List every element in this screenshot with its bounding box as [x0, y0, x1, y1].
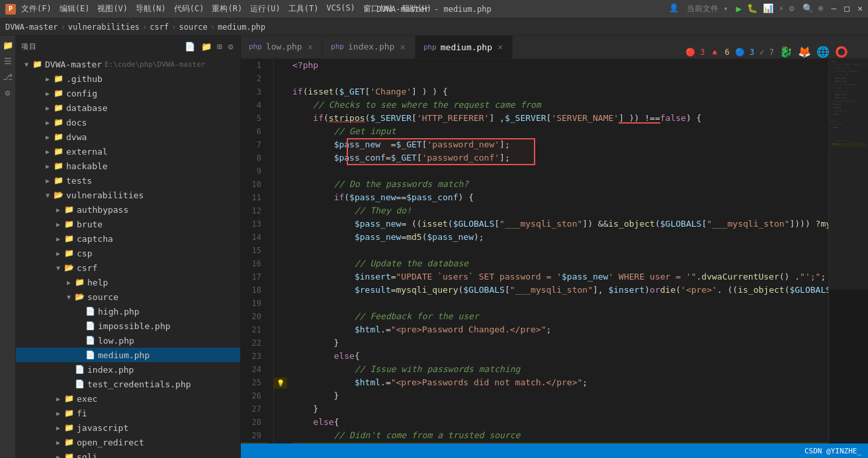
medium-php-icon: 📄 [85, 350, 95, 360]
sidebar-item-root[interactable]: ▼ 📁 DVWA-master E:\code\php\DVWA-master [16, 57, 240, 71]
toolbar-folder-icon[interactable]: 📁 [1, 38, 15, 52]
maximize-window[interactable]: □ [844, 3, 849, 15]
sidebar-item-github[interactable]: ▶ 📁 .github [16, 71, 240, 86]
sidebar-item-open-redirect[interactable]: ▶ 📁 open_redirect [16, 435, 240, 449]
tab-low-php[interactable]: php low.php × [241, 36, 323, 58]
breadcrumb: DVWA-master › vulnerabilities › csrf › s… [0, 19, 868, 36]
minimize-window[interactable]: — [832, 3, 837, 15]
debug-button[interactable]: 🐛 [747, 3, 758, 15]
sidebar-settings-icon[interactable]: ⚙ [227, 40, 235, 53]
sidebar-item-help[interactable]: ▶ 📁 help [16, 275, 240, 289]
code-line-9 [292, 165, 828, 178]
menu-run[interactable]: 运行(U) [250, 3, 281, 15]
sidebar-item-hackable[interactable]: ▶ 📁 hackable [16, 159, 240, 173]
menu-vcs[interactable]: VCS(S) [327, 3, 355, 15]
run-button[interactable]: ▶ [736, 3, 742, 15]
code-line-17: $insert = "UPDATE `users` SET password =… [292, 270, 828, 284]
tab-bar: php low.php × php index.php × php medium… [241, 36, 868, 59]
menu-nav[interactable]: 导航(N) [136, 3, 166, 15]
breadcrumb-vulnerabilities[interactable]: vulnerabilities [68, 22, 140, 32]
sidebar-item-source[interactable]: ▼ 📂 source [16, 289, 240, 304]
sidebar-item-javascript[interactable]: ▶ 📁 javascript [16, 420, 240, 435]
breadcrumb-source[interactable]: source [179, 22, 207, 32]
app-icon: P [5, 4, 16, 15]
menu-view[interactable]: 视图(V) [97, 3, 128, 15]
sidebar-item-csp[interactable]: ▶ 📁 csp [16, 246, 240, 260]
code-line-5: if( stripos( $_SERVER[ 'HTTP_REFERER' ] … [292, 112, 828, 125]
search-button[interactable]: 🔍 [803, 3, 813, 15]
user-icon[interactable]: 👤 [669, 3, 679, 15]
menu-tools[interactable]: 工具(T) [288, 3, 319, 15]
code-line-26: } [292, 389, 828, 402]
toolbar-settings-icon[interactable]: ⚙ [1, 86, 15, 99]
sidebar-item-vulnerabilities[interactable]: ▼ 📂 vulnerabilities [16, 188, 240, 202]
sidebar-item-sqli[interactable]: ▶ 📁 sqli [16, 449, 240, 458]
menu-code[interactable]: 代码(C) [174, 3, 204, 15]
tab-medium-php[interactable]: php medium.php × [415, 36, 513, 58]
current-file-label[interactable]: 当前文件 ▾ [687, 3, 728, 15]
profile-button[interactable]: ⚡ [779, 3, 784, 15]
high-php-icon: 📄 [85, 306, 95, 317]
code-line-4: // Checks to see where the request came … [292, 98, 828, 112]
exec-folder-icon: 📁 [64, 393, 74, 404]
sidebar-header: 项目 📄 📁 ⊞ ⚙ [16, 36, 240, 57]
toolbar-list-icon[interactable]: ☰ [1, 54, 15, 67]
sidebar-item-test-credentials-php[interactable]: 📄 test_credentials.php [16, 377, 240, 391]
captcha-folder-icon: 📁 [64, 233, 74, 244]
editor-area: php low.php × php index.php × php medium… [241, 36, 868, 458]
code-line-10: // Do the passwords match? [292, 178, 828, 191]
menu-file[interactable]: 文件(F) [21, 3, 52, 15]
low-php-tab-label: low.php [266, 42, 302, 52]
sidebar-expand-icon[interactable]: ⊞ [216, 40, 224, 53]
sidebar-item-high-php[interactable]: 📄 high.php [16, 304, 240, 319]
sidebar-item-captcha[interactable]: ▶ 📁 captcha [16, 231, 240, 246]
sidebar-item-index-php[interactable]: 📄 index.php [16, 362, 240, 377]
sidebar-item-medium-php[interactable]: 📄 medium.php [16, 348, 240, 362]
breadcrumb-csrf[interactable]: csrf [150, 22, 169, 32]
code-line-15 [292, 244, 828, 257]
coverage-button[interactable]: 📊 [763, 3, 773, 15]
medium-php-tab-close[interactable]: × [496, 41, 504, 53]
low-php-tab-icon: php [249, 42, 262, 51]
sidebar-item-dvwa[interactable]: ▶ 📁 dvwa [16, 130, 240, 144]
sidebar-item-external[interactable]: ▶ 📁 external [16, 144, 240, 159]
code-content[interactable]: <?php if( isset( $_GET[ 'Change' ] ) ) {… [287, 59, 828, 443]
code-line-23: else { [292, 350, 828, 363]
sidebar-item-docs[interactable]: ▶ 📁 docs [16, 115, 240, 130]
sidebar-item-authbypass[interactable]: ▶ 📁 authbypass [16, 202, 240, 217]
code-line-14: $pass_new = md5( $pass_new ); [292, 231, 828, 244]
bottom-status-bar: CSDN @YINZHE_ [241, 443, 868, 458]
menu-edit[interactable]: 编辑(E) [60, 3, 90, 15]
sidebar-item-low-php[interactable]: 📄 low.php [16, 333, 240, 348]
low-php-icon: 📄 [85, 335, 95, 346]
menu-refactor[interactable]: 重构(R) [212, 3, 242, 15]
sidebar-new-file-icon[interactable]: 📄 [183, 40, 197, 53]
sidebar-item-brute[interactable]: ▶ 📁 brute [16, 217, 240, 231]
watermark: CSDN @YINZHE_ [804, 447, 861, 455]
sidebar-item-impossible-php[interactable]: 📄 impossible.php [16, 319, 240, 333]
sqli-folder-icon: 📁 [64, 451, 74, 458]
line-numbers: 1 2 3 4 5 6 7 8 9 10 11 12 13 14 15 16 1 [241, 59, 274, 443]
index-php-tab-close[interactable]: × [398, 41, 406, 53]
low-php-tab-close[interactable]: × [306, 41, 314, 53]
sidebar-item-config[interactable]: ▶ 📁 config [16, 86, 240, 100]
breadcrumb-root[interactable]: DVWA-master [5, 22, 58, 32]
sidebar-item-tests[interactable]: ▶ 📁 tests [16, 173, 240, 188]
settings-button[interactable]: ⚙ [789, 3, 795, 15]
sidebar-item-csrf[interactable]: ▼ 📂 csrf [16, 260, 240, 275]
sidebar-item-database[interactable]: ▶ 📁 database [16, 100, 240, 115]
sidebar-item-fi[interactable]: ▶ 📁 fi [16, 406, 240, 420]
code-line-29: // Didn't come from a trusted source [292, 429, 828, 442]
tab-index-php[interactable]: php index.php × [323, 36, 415, 58]
sidebar-item-exec[interactable]: ▶ 📁 exec [16, 391, 240, 406]
sidebar-new-folder-icon[interactable]: 📁 [200, 40, 214, 53]
maximize-button[interactable]: ⊕ [818, 3, 824, 15]
toolbar-git-icon[interactable]: ⎇ [1, 70, 15, 83]
medium-php-tab-label: medium.php [441, 42, 492, 52]
breadcrumb-file[interactable]: medium.php [218, 22, 265, 32]
code-line-2 [292, 72, 828, 85]
window-controls: 👤 当前文件 ▾ ▶ 🐛 📊 ⚡ ⚙ 🔍 ⊕ — □ ✕ [669, 3, 863, 15]
docs-folder-icon: 📁 [53, 117, 64, 128]
close-window[interactable]: ✕ [857, 3, 863, 15]
code-line-3: if( isset( $_GET[ 'Change' ] ) ) { [292, 85, 828, 98]
